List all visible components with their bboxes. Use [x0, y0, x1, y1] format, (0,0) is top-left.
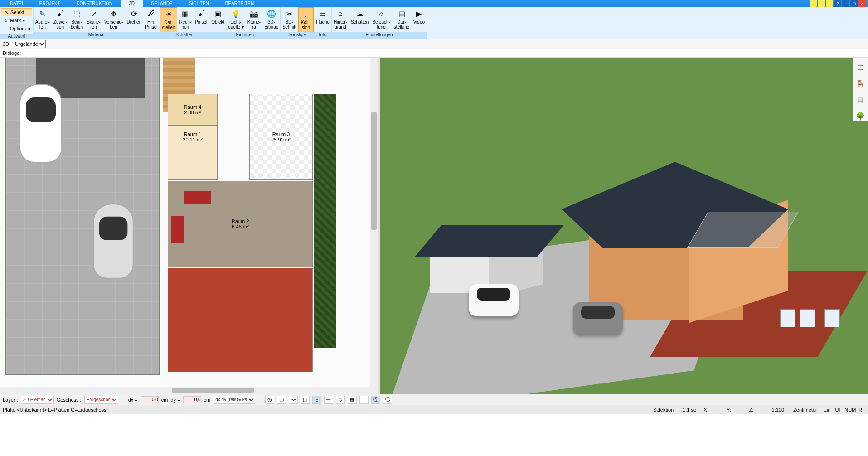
objekt-button[interactable]: ▣Objekt: [209, 7, 226, 32]
group-einstellungen: ⌂Hinter-grund☁Schatten☼Beleuch-tung▤Dar-…: [332, 7, 427, 39]
winbtn-2[interactable]: ⬚: [818, 0, 825, 7]
group-einfuegen: ▣Objekt💡Licht-quelle ▾📷Kame-ra🌐3D-Bitmap…: [209, 7, 281, 39]
licht-icon: 💡: [230, 8, 241, 19]
status-num: NUM: [844, 407, 856, 412]
mark-button[interactable]: ☆Mark. ▾: [1, 16, 32, 24]
roof-icon[interactable]: ⌂: [312, 396, 321, 404]
dy-input[interactable]: [183, 396, 201, 403]
status-scale: 1:100: [772, 407, 785, 412]
pinsel-icon: 🖊: [146, 8, 157, 19]
layer-dropdown[interactable]: 2D-Elemen: [21, 396, 54, 404]
layer-select[interactable]: Urgelände: [13, 40, 46, 48]
unit-cm2: cm: [204, 397, 211, 403]
bearbeiten-button[interactable]: ⬚Bear-beiten: [69, 7, 85, 32]
dx-input[interactable]: [141, 396, 159, 403]
mark-icon: ☆: [3, 17, 9, 24]
group-label-info: Info: [314, 32, 331, 39]
curve-icon[interactable]: 〰: [324, 396, 333, 404]
menu-sichten[interactable]: SICHTEN: [181, 0, 217, 7]
pane-3d[interactable]: [380, 58, 868, 394]
licht-button[interactable]: 💡Licht-quelle ▾: [226, 7, 245, 32]
car-3d-grey: [573, 302, 623, 334]
3dbitmap-icon: 🌐: [266, 8, 277, 19]
darstellung-button[interactable]: ▤Dar-stellung: [392, 7, 411, 32]
group-label-einfuegen: Einfügen: [209, 32, 280, 39]
link-icon[interactable]: ⫘: [289, 396, 298, 404]
rechnen-button[interactable]: ▦Rech-nen: [177, 7, 193, 32]
floorplan: Raum 120.11 m² Raum 42.88 m² Raum 325.90…: [163, 58, 376, 393]
cursor-icon: ↖: [3, 9, 10, 15]
room-3[interactable]: Raum 325.90 m²: [249, 94, 313, 180]
3dbitmap-button[interactable]: 🌐3D-Bitmap: [262, 7, 280, 32]
abgreifen-icon: ✎: [37, 8, 48, 19]
dots-icon[interactable]: ⋮⋮: [359, 396, 369, 404]
3dschnitt-button[interactable]: ✂3D-Schnitt: [281, 7, 298, 32]
plants-icon[interactable]: 🌳: [855, 111, 865, 121]
kamera-button[interactable]: 📷Kame-ra: [246, 7, 262, 32]
group-auswahl: ↖Selekt ☆Mark. ▾ ＋Optionen Auswahl: [0, 7, 34, 39]
flaeche-button[interactable]: ▭Fläche: [314, 7, 331, 32]
abgreifen-button[interactable]: ✎Abgrei-fen: [34, 7, 52, 32]
status-sel: Selektion: [653, 407, 674, 412]
geschoss-dropdown[interactable]: Erdgeschos: [84, 396, 118, 404]
garage-3d: [430, 225, 548, 293]
status-ein: Ein: [824, 407, 831, 412]
hintergrund-icon: ⌂: [335, 8, 346, 19]
schatten2-button[interactable]: ☁Schatten: [349, 7, 370, 32]
close-icon[interactable]: ×: [858, 0, 866, 7]
video-button[interactable]: ▶Video: [411, 7, 427, 32]
maximize-icon[interactable]: ◻: [850, 0, 858, 7]
sofa-2: [171, 216, 184, 243]
menu-datei[interactable]: DATEI: [2, 0, 31, 7]
info-icon[interactable]: ⓘ: [383, 396, 392, 404]
menu-konstruktion[interactable]: KONSTRUKTION: [68, 0, 121, 7]
north-icon[interactable]: Ⓝ: [371, 396, 380, 404]
skalieren-button[interactable]: ⤢Skalie-ren: [85, 7, 102, 32]
darstellen-button[interactable]: ☀Dar-stellen: [160, 7, 178, 32]
darstellung-icon: ▤: [396, 8, 407, 19]
room-4[interactable]: Raum 42.88 m²: [168, 94, 218, 126]
diamond-icon[interactable]: ◇: [336, 396, 345, 404]
furniture-icon[interactable]: 🪑: [855, 78, 865, 88]
terrace-2d[interactable]: [168, 268, 313, 372]
dx-label: dx =: [128, 397, 138, 403]
winbtn-3[interactable]: ⬚: [826, 0, 833, 7]
screen-icon[interactable]: ▢: [277, 396, 286, 404]
winbtn-1[interactable]: ⬚: [810, 0, 817, 7]
pane-2d[interactable]: Raum 120.11 m² Raum 42.88 m² Raum 325.90…: [0, 58, 378, 394]
zuweisen-button[interactable]: 🖌Zuwei-sen: [52, 7, 69, 32]
hintergrund-button[interactable]: ⌂Hinter-grund: [332, 7, 349, 32]
menu-projekt[interactable]: PROJEKT: [31, 0, 68, 7]
pinsel2-button[interactable]: 🖌Pinsel: [193, 7, 209, 32]
layers-icon[interactable]: ≣: [855, 62, 865, 72]
window-3d: [824, 309, 840, 327]
objekt-icon: ▣: [213, 8, 223, 19]
grid-icon[interactable]: ▦: [348, 396, 357, 404]
subribbon: 3D Urgelände: [0, 39, 868, 49]
materials-icon[interactable]: ▦: [855, 95, 865, 105]
clock-icon[interactable]: ◷: [265, 396, 274, 404]
schatten2-icon: ☁: [354, 8, 365, 19]
menu-gelaende[interactable]: GELÄNDE: [143, 0, 181, 7]
menu-bearbeiten[interactable]: BEARBEITEN: [217, 0, 262, 7]
verschieben-button[interactable]: ✥Verschie-ben: [102, 7, 125, 32]
scrollbar-horizontal[interactable]: [0, 387, 370, 394]
group-label-einstellungen: Einstellungen: [332, 32, 427, 39]
minimize-icon[interactable]: −: [842, 0, 849, 7]
hint-dropdown[interactable]: dx,dy (relativ ka: [213, 396, 255, 404]
group-sonstige: ✂3D-Schnitt⫿Kolli-sion Sonstige: [281, 7, 314, 39]
drehen-button[interactable]: ⟳Drehen: [125, 7, 143, 32]
optionen-button[interactable]: ＋Optionen: [1, 24, 32, 33]
selekt-button[interactable]: ↖Selekt: [1, 8, 32, 16]
video-icon: ▶: [413, 8, 424, 19]
pinsel-button[interactable]: 🖊Hin.Pinsel: [143, 7, 159, 32]
help-icon[interactable]: ?: [834, 0, 841, 7]
beleuchtung-button[interactable]: ☼Beleuch-tung: [370, 7, 392, 32]
status-y: Y:: [727, 407, 731, 412]
kollision-button[interactable]: ⫿Kolli-sion: [298, 7, 314, 32]
menu-3d[interactable]: 3D: [121, 0, 143, 7]
scrollbar-vertical[interactable]: [370, 58, 378, 394]
workspace: Raum 120.11 m² Raum 42.88 m² Raum 325.90…: [0, 58, 868, 394]
cube-icon[interactable]: ◫: [301, 396, 310, 404]
status-rf: RF: [858, 407, 865, 412]
